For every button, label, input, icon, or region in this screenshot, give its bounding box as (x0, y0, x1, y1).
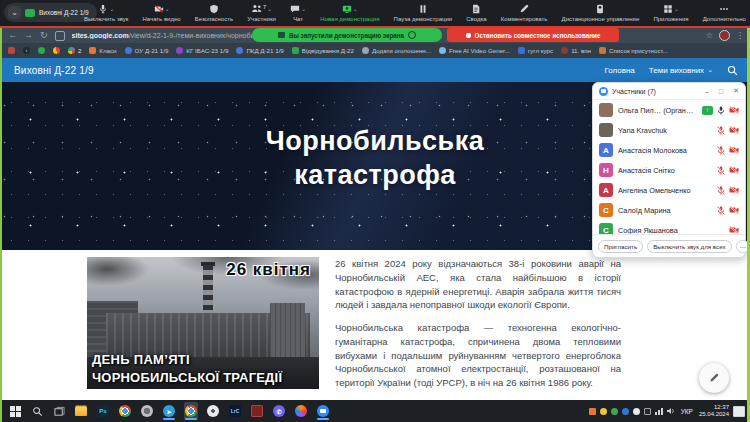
browser-profile-avatar[interactable] (719, 30, 730, 41)
task-view-icon[interactable] (52, 402, 66, 420)
bookmark-item[interactable]: ПКД Д-21 1/9 (236, 47, 283, 54)
back-button[interactable]: ← (8, 28, 17, 43)
tray-icon-green[interactable] (611, 408, 618, 415)
annotate-button[interactable]: Комментировать (501, 4, 548, 22)
taskbar-search-icon[interactable] (30, 402, 44, 420)
participant-row[interactable]: С Салоїд Марина (593, 200, 745, 220)
image-caption-line2: ЧОРНОБИЛЬСЬКОЇ ТРАГЕДІЇ (92, 370, 282, 385)
browser-menu-icon[interactable]: ⋮ (736, 31, 744, 40)
participant-row[interactable]: А Анастасія Молокова (593, 140, 745, 160)
chevron-down-icon[interactable]: ⌄ (301, 4, 306, 14)
bookmark-item[interactable]: КГ ІБАС-23 1/9 (176, 47, 228, 54)
viber-icon[interactable]: ✆ (272, 402, 286, 420)
meeting-camera-icon (25, 9, 35, 17)
search-icon[interactable] (727, 65, 738, 76)
bookmark-item[interactable]: Free AI Video Gener... (439, 47, 510, 54)
participants-button[interactable]: 7⌄ Участники (247, 4, 276, 22)
stop-share-button[interactable]: Остановить совместное использование (447, 28, 619, 42)
clock[interactable]: 12:3725.04.2024 (699, 404, 729, 419)
apps-button[interactable]: ⌄ Приложения (653, 4, 688, 22)
participant-row[interactable]: Ольга Пил… (Организатор, я) ↑ (593, 100, 745, 120)
security-button[interactable]: Безопасность (195, 4, 233, 22)
tray-icon-dark[interactable] (644, 408, 651, 415)
chevron-down-icon[interactable]: ⌄ (8, 6, 21, 19)
photoshop-icon[interactable]: Ps (96, 402, 110, 420)
participant-row[interactable]: Н Анастасія Снітко (593, 160, 745, 180)
lightroom-icon[interactable]: LrC (228, 402, 242, 420)
chat-button[interactable]: ⌄ Чат (290, 4, 306, 22)
start-button[interactable] (8, 402, 22, 420)
tray-icon-blue[interactable] (622, 408, 629, 415)
participant-row[interactable]: Yana Kravchuk (593, 120, 745, 140)
profile-icon-count[interactable]: 2 (68, 47, 81, 54)
apps-icon (663, 4, 673, 14)
page-content: 26 квітня ДЕНЬ ПАМ’ЯТІ ЧОРНОБИЛЬСЬКОЇ ТР… (0, 250, 750, 400)
zoom-toolbar-buttons: ⌄ Выключить звук ⌄ Начать видео Безопасн… (84, 0, 746, 26)
camera-off-icon (729, 106, 739, 114)
maximize-icon[interactable]: □ (719, 88, 723, 95)
profile-switch-icon[interactable]: › (23, 47, 30, 54)
participants-panel: Участники (7) – □ ✕ Ольга Пил… (Организа… (592, 82, 746, 258)
chevron-down-icon[interactable]: ⌄ (267, 4, 272, 14)
bookmark-item[interactable]: гугл курс (518, 47, 553, 54)
profile-icon-multicolor[interactable] (53, 47, 60, 54)
extension-icon[interactable] (8, 47, 15, 54)
reload-button[interactable]: ↻ (40, 28, 48, 43)
bookmark-item[interactable]: 11. впн (561, 47, 591, 54)
memorial-image: 26 квітня ДЕНЬ ПАМ’ЯТІ ЧОРНОБИЛЬСЬКОЇ ТР… (87, 257, 319, 389)
volume-icon[interactable] (667, 407, 675, 415)
mute-all-button[interactable]: Выключить звук для всех (647, 240, 731, 253)
language-indicator[interactable]: УКР (681, 408, 693, 415)
chrome-icon[interactable] (118, 402, 132, 420)
remote-control-button[interactable]: Дистанционное управление (562, 4, 640, 22)
site-title[interactable]: Виховні Д-22 1/9 (14, 65, 94, 76)
participants-panel-title: Участники (7) (612, 88, 695, 95)
meeting-info-pill[interactable]: ⌄ Виховні Д-22 1/9 (4, 3, 97, 22)
tray-icon-yellow[interactable] (600, 408, 607, 415)
tray-icon-light[interactable] (633, 408, 640, 415)
network-icon[interactable] (655, 407, 663, 415)
file-explorer-icon[interactable] (74, 402, 88, 420)
chevron-down-icon[interactable]: ⌄ (165, 4, 170, 14)
tray-icon-orange[interactable] (589, 408, 596, 415)
chevron-down-icon[interactable]: ⌄ (109, 4, 114, 14)
app-icon-light[interactable] (206, 402, 220, 420)
notification-center-icon[interactable] (733, 406, 745, 417)
bookmark-star-icon[interactable]: ☆ (706, 31, 713, 40)
invite-button[interactable]: Пригласить (598, 240, 643, 253)
pause-share-button[interactable]: Пауза демонстрации (394, 4, 453, 22)
mute-button[interactable]: ⌄ Выключить звук (84, 4, 128, 22)
app-icon-gray[interactable] (140, 402, 154, 420)
participant-row[interactable]: С София Якшанова (593, 220, 745, 234)
bookmarks-bar: › 2 Класи ОУ Д-21 1/9 КГ ІБАС-23 1/9 ПКД… (0, 43, 750, 58)
start-video-button[interactable]: ⌄ Начать видео (143, 4, 181, 22)
new-share-button[interactable]: ⌄ Новая демонстрация (320, 4, 379, 22)
bookmark-item[interactable]: Класи (89, 47, 116, 54)
edit-site-button[interactable] (699, 363, 729, 393)
chevron-down-icon[interactable]: ⌄ (674, 4, 679, 14)
minimize-icon[interactable]: – (705, 88, 709, 95)
nav-home[interactable]: Головна (604, 66, 634, 75)
forward-button[interactable]: → (24, 28, 33, 43)
chrome-active-icon[interactable] (184, 402, 198, 420)
participant-row[interactable]: А Ангеліна Омельченко (593, 180, 745, 200)
bookmark-item[interactable]: Додати оголошенн... (362, 47, 431, 54)
url-bar[interactable]: sites.google.com/view/d-22-1-9-/теми-вих… (72, 32, 266, 39)
zoom-app-icon[interactable] (316, 402, 330, 420)
chevron-down-icon[interactable]: ⌄ (353, 4, 358, 14)
telegram-icon[interactable]: ➤ (162, 402, 176, 420)
close-icon[interactable]: ✕ (733, 87, 739, 95)
browser-icon-colored[interactable] (294, 402, 308, 420)
app-icon-darkred[interactable] (250, 402, 264, 420)
microphone-muted-icon (717, 206, 725, 215)
bookmark-item[interactable]: Відвідування Д-22 (292, 47, 354, 54)
site-info-icon[interactable] (55, 31, 65, 41)
profile-icon-green[interactable] (38, 47, 45, 54)
camera-off-icon (729, 166, 739, 174)
participants-panel-header[interactable]: Участники (7) – □ ✕ (593, 83, 745, 100)
summary-button[interactable]: Сводка (466, 4, 486, 22)
nav-topics[interactable]: Теми виховних⌄ (649, 66, 713, 75)
bookmark-item[interactable]: Список присутност... (599, 47, 668, 54)
bookmark-item[interactable]: ОУ Д-21 1/9 (125, 47, 169, 54)
more-button[interactable]: Дополнительно (703, 4, 746, 22)
